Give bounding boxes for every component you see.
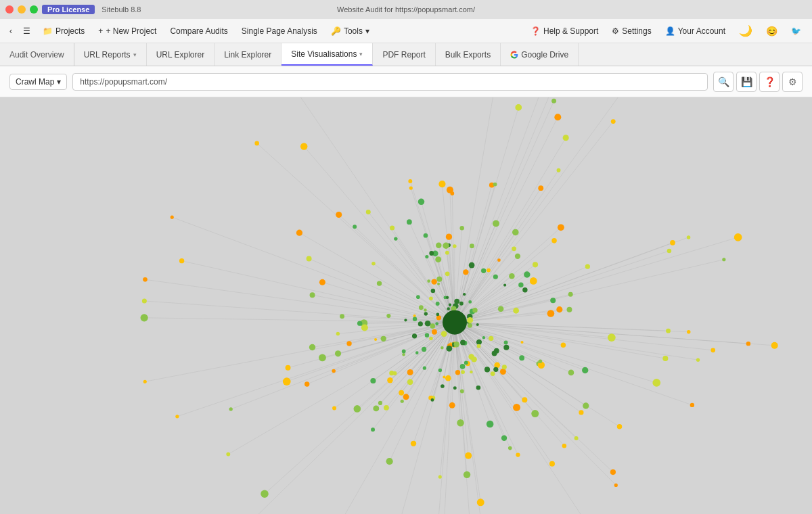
- tab-url-explorer[interactable]: URL Explorer: [147, 43, 215, 66]
- maximize-button[interactable]: [30, 5, 38, 14]
- hamburger-menu-button[interactable]: ☰: [19, 24, 35, 39]
- tools-chevron-icon: ▾: [365, 26, 369, 36]
- options-icon: ⚙: [788, 76, 797, 87]
- search-icon: 🔍: [718, 76, 729, 87]
- close-button[interactable]: [5, 5, 14, 14]
- single-page-analysis-button[interactable]: Single Page Analysis: [236, 24, 323, 39]
- audit-overview-label: Audit Overview: [0, 43, 74, 66]
- account-icon: 👤: [665, 26, 675, 36]
- compare-audits-button[interactable]: Compare Audits: [164, 24, 233, 39]
- dark-mode-toggle[interactable]: 🌙: [734, 22, 758, 40]
- help-circle-icon: ❓: [764, 76, 775, 87]
- window-title: Website Audit for https://popupsmart.com…: [337, 5, 475, 14]
- help-icon: ❓: [531, 26, 541, 36]
- crawl-map-chevron-icon: ▾: [57, 77, 61, 87]
- url-display: https://popupsmart.com/: [72, 73, 708, 91]
- tab-google-drive[interactable]: Google Drive: [501, 43, 579, 66]
- tab-url-reports[interactable]: URL Reports ▾: [74, 43, 147, 66]
- twitter-button[interactable]: 🐦: [786, 24, 807, 39]
- traffic-lights: [5, 5, 38, 14]
- gear-icon: ⚙: [612, 26, 619, 36]
- settings-button[interactable]: ⚙ Settings: [606, 24, 656, 39]
- tab-site-visualisations[interactable]: Site Visualisations ▾: [281, 43, 373, 66]
- new-project-button[interactable]: + + New Project: [93, 24, 162, 39]
- back-button[interactable]: ‹: [5, 24, 16, 39]
- help-button[interactable]: ❓: [759, 72, 780, 92]
- emoji-button[interactable]: 😊: [761, 23, 783, 39]
- app-name: Sitebulb 8.8: [102, 5, 141, 14]
- tab-pdf-report[interactable]: PDF Report: [373, 43, 435, 66]
- crawl-map-canvas[interactable]: [0, 97, 812, 514]
- tab-bulk-exports[interactable]: Bulk Exports: [436, 43, 501, 66]
- hamburger-icon: ☰: [23, 26, 30, 36]
- crawl-map-select[interactable]: Crawl Map ▾: [9, 74, 67, 90]
- google-icon: [510, 51, 518, 59]
- tab-link-explorer[interactable]: Link Explorer: [215, 43, 281, 66]
- minimize-button[interactable]: [18, 5, 26, 14]
- tools-button[interactable]: 🔑 Tools ▾: [325, 24, 375, 39]
- pro-license-badge: Pro License: [42, 5, 95, 14]
- menu-bar: ‹ ☰ 📁 Projects + + New Project Compare A…: [0, 19, 812, 43]
- options-button[interactable]: ⚙: [782, 72, 803, 92]
- visualization-area[interactable]: [0, 97, 812, 514]
- export-button[interactable]: 💾: [736, 72, 757, 92]
- toolbar: Crawl Map ▾ https://popupsmart.com/ 🔍 💾 …: [0, 66, 812, 97]
- projects-button[interactable]: 📁 Projects: [37, 24, 90, 39]
- site-vis-chevron-icon: ▾: [359, 51, 363, 57]
- url-reports-chevron-icon: ▾: [133, 51, 137, 58]
- folder-icon: 📁: [43, 26, 53, 36]
- your-account-button[interactable]: 👤 Your Account: [660, 24, 731, 39]
- help-support-button[interactable]: ❓ Help & Support: [525, 24, 604, 39]
- plus-icon: +: [98, 26, 103, 36]
- export-icon: 💾: [741, 76, 752, 87]
- title-bar: Pro License Sitebulb 8.8 Website Audit f…: [0, 0, 812, 19]
- tab-bar: Audit Overview URL Reports ▾ URL Explore…: [0, 43, 812, 66]
- search-button[interactable]: 🔍: [713, 72, 734, 92]
- back-icon: ‹: [9, 26, 12, 36]
- key-icon: 🔑: [331, 26, 341, 36]
